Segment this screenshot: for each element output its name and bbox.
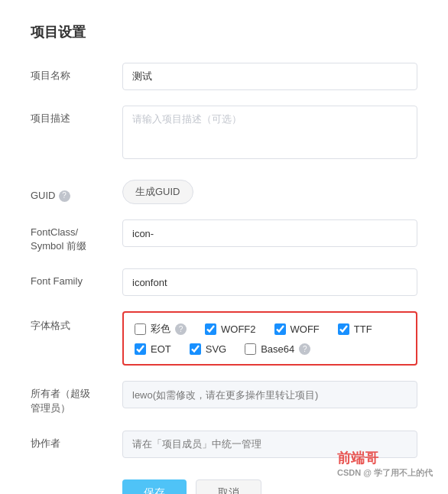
checkbox-woff[interactable]: WOFF bbox=[274, 323, 320, 335]
font-format-row: 字体格式 彩色 ? WOFF2 WOFF bbox=[31, 311, 417, 366]
font-family-row: Font Family bbox=[31, 268, 417, 296]
font-family-control bbox=[122, 268, 417, 296]
guid-label: GUID ? bbox=[31, 177, 122, 203]
checkbox-base64-input[interactable] bbox=[245, 343, 256, 355]
checkbox-color[interactable]: 彩色 ? bbox=[135, 322, 187, 336]
collaborator-control bbox=[122, 431, 417, 458]
owner-control bbox=[122, 381, 417, 408]
checkbox-base64[interactable]: Base64 ? bbox=[245, 343, 310, 355]
checkbox-eot-input[interactable] bbox=[135, 343, 146, 355]
save-button[interactable]: 保存 bbox=[122, 479, 187, 494]
font-format-row-2: EOT SVG Base64 ? bbox=[135, 343, 405, 355]
font-format-row-1: 彩色 ? WOFF2 WOFF TTF bbox=[135, 322, 405, 336]
button-row: 保存 取消 bbox=[31, 479, 417, 494]
checkbox-color-input[interactable] bbox=[135, 323, 146, 335]
owner-row: 所有者（超级 管理员） bbox=[31, 381, 417, 414]
cancel-button[interactable]: 取消 bbox=[196, 479, 261, 494]
owner-label: 所有者（超级 管理员） bbox=[31, 381, 122, 414]
collaborator-input bbox=[122, 431, 417, 458]
project-desc-row: 项目描述 bbox=[31, 106, 417, 161]
project-desc-label: 项目描述 bbox=[31, 106, 122, 125]
project-name-control bbox=[122, 63, 417, 90]
watermark-sub: CSDN @ 学了用不上的代 bbox=[337, 467, 433, 479]
owner-input bbox=[122, 381, 417, 408]
checkbox-color-label: 彩色 bbox=[151, 322, 170, 336]
checkbox-woff2[interactable]: WOFF2 bbox=[205, 323, 256, 335]
checkbox-woff2-label: WOFF2 bbox=[221, 323, 256, 335]
checkbox-eot[interactable]: EOT bbox=[135, 343, 171, 355]
guid-label-text: GUID bbox=[31, 189, 56, 203]
base64-help-icon[interactable]: ? bbox=[299, 343, 310, 355]
checkbox-svg[interactable]: SVG bbox=[190, 343, 226, 355]
checkbox-svg-label: SVG bbox=[206, 343, 226, 355]
project-name-label: 项目名称 bbox=[31, 63, 122, 83]
checkbox-ttf-label: TTF bbox=[354, 323, 372, 335]
font-format-label: 字体格式 bbox=[31, 311, 122, 333]
font-class-label: FontClass/ Symbol 前缀 bbox=[31, 219, 122, 253]
color-help-icon[interactable]: ? bbox=[175, 323, 187, 335]
collaborator-row: 协作者 bbox=[31, 431, 417, 458]
font-family-label: Font Family bbox=[31, 268, 122, 288]
font-class-input[interactable] bbox=[122, 219, 417, 247]
checkbox-ttf-input[interactable] bbox=[338, 323, 349, 335]
checkbox-base64-label: Base64 bbox=[261, 343, 294, 355]
guid-control: 生成GUID bbox=[122, 177, 417, 204]
checkbox-woff-label: WOFF bbox=[291, 323, 320, 335]
project-name-input[interactable] bbox=[122, 63, 417, 90]
project-desc-input[interactable] bbox=[122, 106, 417, 159]
font-format-section: 彩色 ? WOFF2 WOFF TTF bbox=[122, 311, 417, 366]
checkbox-svg-input[interactable] bbox=[190, 343, 201, 355]
generate-guid-button[interactable]: 生成GUID bbox=[122, 180, 193, 204]
project-name-row: 项目名称 bbox=[31, 63, 417, 90]
page-title: 项目设置 bbox=[31, 23, 417, 41]
checkbox-eot-label: EOT bbox=[151, 343, 171, 355]
collaborator-label: 协作者 bbox=[31, 431, 122, 450]
guid-help-icon[interactable]: ? bbox=[59, 190, 70, 202]
font-family-input[interactable] bbox=[122, 268, 417, 296]
font-format-control: 彩色 ? WOFF2 WOFF TTF bbox=[122, 311, 417, 366]
checkbox-ttf[interactable]: TTF bbox=[338, 323, 372, 335]
project-desc-control bbox=[122, 106, 417, 161]
font-class-control bbox=[122, 219, 417, 247]
checkbox-woff2-input[interactable] bbox=[205, 323, 216, 335]
guid-row: GUID ? 生成GUID bbox=[31, 177, 417, 204]
checkbox-woff-input[interactable] bbox=[274, 323, 286, 335]
font-class-row: FontClass/ Symbol 前缀 bbox=[31, 219, 417, 253]
